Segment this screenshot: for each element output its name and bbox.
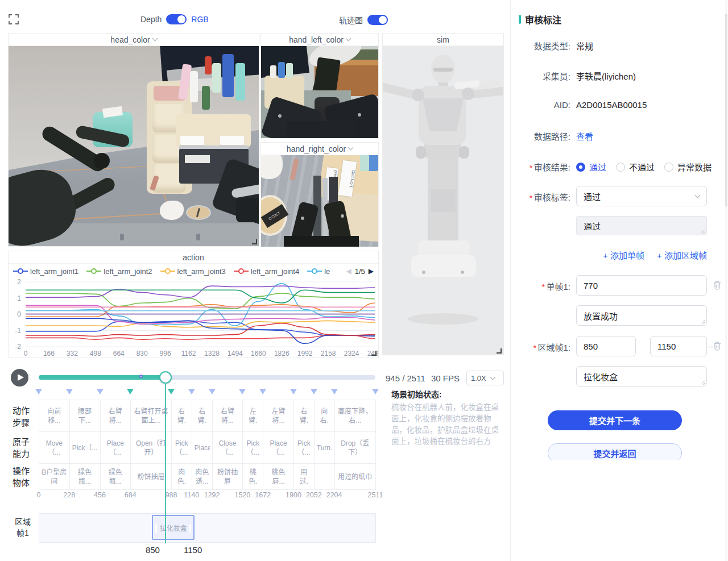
aid-value: A2D0015AB00015: [576, 100, 647, 110]
add-single-frame-link[interactable]: + 添加单帧: [603, 251, 644, 260]
svg-text:1660: 1660: [251, 350, 266, 358]
add-region-frame-link[interactable]: + 添加区域帧: [657, 251, 707, 260]
single-frame-marker-dot[interactable]: [139, 375, 143, 378]
legend-pager: ◀ 1/5 ▶: [346, 267, 374, 276]
region-note-text: 拉化妆盒: [584, 371, 618, 383]
hand-right-camera-image: Grid NO.1pressed powder CONT: [261, 155, 378, 247]
trajectory-toggle[interactable]: [367, 15, 388, 25]
radio-fail[interactable]: 不通过: [616, 161, 655, 173]
frame-axis-number: 228: [57, 491, 82, 499]
legend-page-text: 1/5: [355, 267, 365, 276]
review-tag-select[interactable]: 通过: [576, 186, 707, 206]
head-camera-title[interactable]: head_color: [9, 34, 259, 46]
submit-next-button[interactable]: 提交并下一条: [548, 410, 682, 430]
data-path-view-link[interactable]: 查看: [576, 130, 593, 142]
trash-icon[interactable]: [713, 341, 722, 351]
frame-axis-number: 2204: [322, 491, 347, 499]
step-table: 向前移...Move（...B户型房间腰部下...Pick（...绿色瓶...右…: [39, 400, 376, 490]
radio-dot-icon: [616, 163, 625, 172]
speed-select[interactable]: 1.0X: [466, 371, 504, 385]
step-marker[interactable]: [188, 389, 195, 394]
step-marker[interactable]: [311, 389, 317, 394]
radio-abnormal-label: 异常数据: [677, 161, 712, 173]
fullscreen-icon[interactable]: [8, 14, 19, 25]
trash-icon[interactable]: [713, 280, 722, 290]
single-frame-note-textarea[interactable]: 放置成功: [576, 305, 707, 326]
region-end-input[interactable]: 1150: [650, 336, 707, 356]
playback-slider-handle[interactable]: [159, 371, 172, 384]
step-marker[interactable]: [127, 389, 134, 394]
svg-text:664: 664: [113, 350, 125, 358]
textarea-resize-icon[interactable]: [701, 229, 705, 234]
legend-marker-icon: [307, 268, 322, 274]
step-cell-step: 右臂打开桌面上...: [130, 400, 172, 432]
review-tag-note-textarea[interactable]: 通过: [576, 216, 707, 235]
step-marker[interactable]: [66, 389, 73, 394]
step-cell-skill: Turn...: [314, 431, 335, 464]
legend-item-left_arm_joint2[interactable]: left_arm_joint2: [86, 267, 152, 276]
collector-label: 采集员:: [511, 70, 570, 82]
resize-handle-icon[interactable]: [252, 239, 257, 244]
sim-title-text: sim: [437, 35, 449, 44]
step-cell-object: 绿色瓶...: [100, 463, 131, 490]
textarea-resize-icon[interactable]: [701, 380, 705, 385]
single-frame-input[interactable]: 770: [576, 275, 707, 296]
submit-back-button[interactable]: 提交并返回: [548, 443, 682, 460]
step-cell-step: 高度下降，右...: [334, 400, 376, 432]
review-tag-note-text: 通过: [584, 220, 601, 232]
step-marker[interactable]: [97, 389, 104, 394]
step-marker[interactable]: [290, 389, 297, 394]
frame-axis-number: 1292: [200, 491, 225, 499]
region-note-textarea[interactable]: 拉化妆盒: [576, 366, 707, 387]
resize-handle-icon[interactable]: [371, 351, 377, 356]
frame-axis-number: 684: [118, 491, 143, 499]
required-star: *: [529, 193, 532, 202]
textarea-resize-icon[interactable]: [701, 319, 705, 324]
play-button[interactable]: [11, 369, 28, 387]
scene-title: 场景初始状态:: [391, 390, 442, 399]
region-right-handle[interactable]: [189, 524, 191, 533]
sim-robot-view: [383, 46, 503, 355]
step-cell-object: 桃色.: [242, 463, 263, 490]
region-frame-track[interactable]: 拉化妆盒: [39, 513, 376, 543]
legend-next-icon[interactable]: ▶: [369, 267, 374, 275]
hand-right-camera-title[interactable]: hand_right_color: [261, 143, 378, 155]
step-cell-object: 肉色.: [171, 463, 192, 490]
action-chart-svg: 210-1-2016633249866483099611621328149416…: [9, 279, 378, 358]
step-marker[interactable]: [372, 389, 379, 394]
legend-marker-icon: [234, 268, 249, 274]
playback-slider[interactable]: [39, 375, 375, 380]
depth-rgb-toggle[interactable]: [166, 14, 187, 24]
step-cell-object: 粉饼抽屉: [130, 463, 172, 490]
field-aid: AID: A2D0015AB00015: [511, 100, 728, 110]
step-marker[interactable]: [331, 389, 338, 394]
step-marker[interactable]: [35, 389, 42, 394]
step-marker[interactable]: [239, 389, 246, 394]
radio-abnormal[interactable]: 异常数据: [664, 161, 712, 173]
title-accent-bar: [519, 15, 521, 24]
radio-pass[interactable]: 通过: [576, 161, 606, 173]
region-start-input[interactable]: 850: [576, 336, 636, 356]
step-marker[interactable]: [209, 389, 216, 394]
sim-panel: sim: [382, 33, 504, 355]
legend-marker-icon: [86, 268, 101, 274]
region-frame-box[interactable]: 拉化妆盒: [152, 515, 195, 540]
region-left-handle[interactable]: [155, 524, 157, 533]
step-cell-step: 左臂.: [242, 400, 263, 432]
resize-handle-icon[interactable]: [497, 348, 502, 354]
scrollbar-thumb[interactable]: [725, 14, 727, 207]
legend-prev-icon[interactable]: ◀: [346, 267, 351, 275]
legend-item-left_arm_joint4[interactable]: left_arm_joint4: [234, 267, 299, 276]
legend-item-left_arm_joint3[interactable]: left_arm_joint3: [160, 267, 226, 276]
step-cell-skill: Drop（丢下）: [334, 431, 376, 464]
row-label-action-steps: 动作步骤: [11, 405, 31, 429]
step-marker[interactable]: [259, 389, 266, 394]
svg-text:2158: 2158: [321, 350, 336, 358]
legend-item-le[interactable]: le: [307, 267, 330, 276]
hand-left-camera-title[interactable]: hand_left_color: [261, 34, 378, 46]
chevron-down-icon: [345, 36, 351, 41]
step-marker[interactable]: [168, 389, 175, 394]
svg-text:498: 498: [90, 350, 101, 358]
legend-item-left_arm_joint1[interactable]: left_arm_joint1: [13, 267, 78, 276]
toggle-knob: [177, 15, 185, 23]
